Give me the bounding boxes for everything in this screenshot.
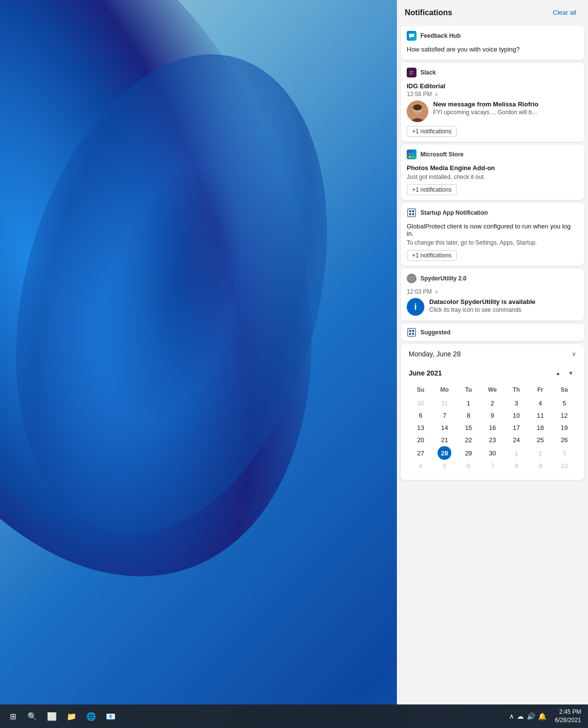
- calendar-section: Monday, June 28 ∨ June 2021 ▲ ▼ Su Mo Tu…: [401, 344, 584, 480]
- taskbar: ⊞ 🔍 ⬜ 📁 🌐 📧 ∧ ☁ 🔊 🔔 2:45 PM 6/28/2021: [0, 704, 588, 728]
- taskbar-left: ⊞ 🔍 ⬜ 📁 🌐 📧: [4, 707, 120, 725]
- calendar-day-5-6[interactable]: 10: [552, 460, 576, 472]
- calendar-date-label: Monday, June 28: [409, 350, 461, 358]
- calendar-day-0-3[interactable]: 2: [481, 397, 505, 409]
- suggested-app-name: Suggested: [420, 329, 450, 336]
- calendar-day-2-5[interactable]: 18: [528, 422, 552, 434]
- calendar-day-5-1[interactable]: 5: [433, 460, 457, 472]
- svg-point-10: [416, 109, 416, 110]
- slack-group-name: IDG Editorial: [407, 82, 578, 90]
- calendar-day-2-1[interactable]: 14: [433, 422, 457, 434]
- mail-button[interactable]: 📧: [102, 707, 120, 725]
- startup-more-button[interactable]: +1 notifications: [407, 250, 457, 261]
- clear-all-button[interactable]: Clear all: [549, 7, 580, 18]
- notification-panel: Notifications Clear all Feedback Hub How…: [397, 0, 588, 704]
- calendar-day-3-1[interactable]: 21: [433, 434, 457, 446]
- svg-point-5: [412, 73, 414, 75]
- startup-app-name: Startup App Notification: [420, 209, 488, 216]
- calendar-day-0-0[interactable]: 30: [409, 397, 433, 409]
- suggested-header: Suggested: [401, 324, 584, 341]
- spyder-app-name: SpyderUtility 2.0: [420, 275, 466, 282]
- calendar-day-3-2[interactable]: 22: [457, 434, 481, 446]
- calendar-day-5-4[interactable]: 8: [504, 460, 528, 472]
- slack-body: FYI upcoming vacays.... Gordon will be …: [433, 109, 541, 116]
- startup-icon: [407, 208, 416, 218]
- calendar-day-0-6[interactable]: 5: [552, 397, 576, 409]
- calendar-day-0-2[interactable]: 1: [457, 397, 481, 409]
- svg-rect-23: [412, 330, 414, 332]
- calendar-next-button[interactable]: ▼: [565, 368, 576, 378]
- calendar-day-1-0[interactable]: 6: [409, 409, 433, 422]
- system-tray[interactable]: ∧ ☁ 🔊 🔔: [505, 710, 550, 722]
- slack-more-button[interactable]: +1 notifications: [407, 126, 457, 137]
- start-button[interactable]: ⊞: [4, 707, 22, 725]
- spyder-time: 12:03 PM ∨: [407, 288, 578, 295]
- taskview-button[interactable]: ⬜: [43, 707, 61, 725]
- calendar-day-5-0[interactable]: 4: [409, 460, 433, 472]
- calendar-prev-button[interactable]: ▲: [553, 368, 564, 378]
- startup-header: Startup App Notification: [401, 203, 584, 221]
- calendar-day-2-2[interactable]: 15: [457, 422, 481, 434]
- explorer-button[interactable]: 📁: [63, 707, 80, 725]
- calendar-day-4-6[interactable]: 3: [552, 446, 576, 460]
- svg-point-4: [410, 73, 412, 75]
- startup-title: GlobalProtect client is now configured t…: [407, 223, 578, 237]
- calendar-day-3-6[interactable]: 26: [552, 434, 576, 446]
- network-icon: ☁: [517, 712, 524, 720]
- calendar-day-4-2[interactable]: 29: [457, 446, 481, 460]
- svg-rect-22: [409, 330, 411, 332]
- slack-message-text: New message from Melissa Riofrio FYI upc…: [433, 100, 578, 116]
- notification-feedback-hub: Feedback Hub How satisfied are you with …: [401, 26, 584, 60]
- panel-header: Notifications Clear all: [397, 0, 588, 23]
- calendar-day-2-4[interactable]: 17: [504, 422, 528, 434]
- calendar-day-5-5[interactable]: 9: [528, 460, 552, 472]
- weekday-sa: Sa: [552, 384, 576, 397]
- panel-title: Notifications: [405, 8, 452, 17]
- calendar-day-5-3[interactable]: 7: [481, 460, 505, 472]
- calendar-day-1-5[interactable]: 11: [528, 409, 552, 422]
- calendar-month-label: June 2021: [409, 369, 442, 377]
- calendar-day-1-2[interactable]: 8: [457, 409, 481, 422]
- calendar-day-2-6[interactable]: 19: [552, 422, 576, 434]
- calendar-day-2-0[interactable]: 13: [409, 422, 433, 434]
- browser-button[interactable]: 🌐: [82, 707, 100, 725]
- calendar-day-3-3[interactable]: 23: [481, 434, 505, 446]
- calendar-day-1-1[interactable]: 7: [433, 409, 457, 422]
- calendar-day-2-3[interactable]: 16: [481, 422, 505, 434]
- calendar-day-5-2[interactable]: 6: [457, 460, 481, 472]
- calendar-date-header[interactable]: Monday, June 28 ∨: [401, 344, 584, 364]
- store-header: Microsoft Store: [401, 145, 584, 162]
- calendar-day-1-3[interactable]: 9: [481, 409, 505, 422]
- slack-header: Slack: [401, 63, 584, 80]
- svg-rect-25: [412, 333, 414, 335]
- svg-rect-13: [408, 209, 416, 217]
- store-more-button[interactable]: +1 notifications: [407, 184, 457, 195]
- calendar-day-1-4[interactable]: 10: [504, 409, 528, 422]
- calendar-day-3-4[interactable]: 24: [504, 434, 528, 446]
- search-button[interactable]: 🔍: [24, 707, 41, 725]
- weekday-su: Su: [409, 384, 433, 397]
- calendar-day-1-6[interactable]: 12: [552, 409, 576, 422]
- calendar-day-4-3[interactable]: 30: [481, 446, 505, 460]
- calendar-day-0-4[interactable]: 3: [504, 397, 528, 409]
- calendar-day-4-0[interactable]: 27: [409, 446, 433, 460]
- weekday-fr: Fr: [528, 384, 552, 397]
- calendar-day-3-0[interactable]: 20: [409, 434, 433, 446]
- feedback-hub-icon: [407, 31, 416, 41]
- calendar-day-4-1[interactable]: 28: [433, 446, 457, 460]
- suggested-icon: [407, 327, 416, 337]
- spyder-content: 12:03 PM ∨ i Datacolor SpyderUtility is …: [401, 286, 584, 321]
- calendar-day-3-5[interactable]: 25: [528, 434, 552, 446]
- svg-rect-17: [412, 213, 414, 215]
- calendar-day-0-1[interactable]: 31: [433, 397, 457, 409]
- calendar-day-4-4[interactable]: 1: [504, 446, 528, 460]
- calendar-day-4-5[interactable]: 2: [528, 446, 552, 460]
- slack-sender: New message from Melissa Riofrio: [433, 100, 578, 108]
- store-app-name: Microsoft Store: [420, 151, 464, 158]
- clock[interactable]: 2:45 PM 6/28/2021: [552, 707, 584, 726]
- calendar-day-0-5[interactable]: 4: [528, 397, 552, 409]
- weekday-tu: Tu: [457, 384, 481, 397]
- slack-icon: [407, 68, 416, 77]
- svg-rect-15: [412, 210, 414, 212]
- calendar-body: June 2021 ▲ ▼ Su Mo Tu We Th Fr Sa: [401, 364, 584, 480]
